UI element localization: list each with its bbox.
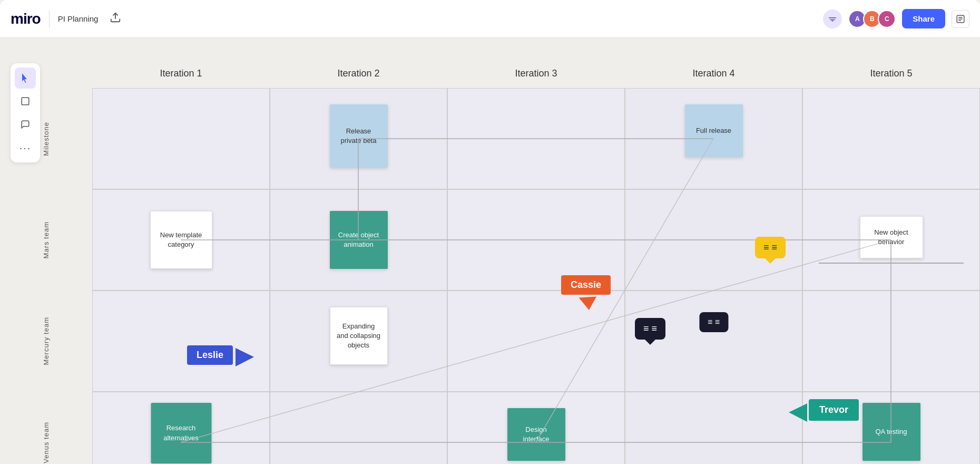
row-label-venus: Venus team <box>42 422 50 463</box>
cell-milestone-4: Full release <box>625 88 802 189</box>
svg-marker-16 <box>236 348 254 366</box>
left-toolbar: ··· <box>11 63 40 162</box>
cell-mars-1: New template category <box>92 189 270 291</box>
cell-venus-1: Research alternatives <box>92 392 270 464</box>
cassie-cursor: Cassie <box>561 275 611 295</box>
cell-mars-5: New object behavior <box>802 189 980 291</box>
svg-marker-17 <box>789 403 807 422</box>
chat-bubble-yellow-container: ≡ ≡ <box>755 237 786 258</box>
cell-milestone-1 <box>92 88 270 189</box>
sticky-research-alternatives[interactable]: Research alternatives <box>151 403 211 463</box>
header-divider <box>49 11 50 27</box>
sticky-design-interface[interactable]: Design interface <box>507 408 565 461</box>
board-title[interactable]: PI Planning <box>58 14 99 23</box>
cursor-tool[interactable] <box>15 67 36 89</box>
leslie-label: Leslie <box>187 345 233 365</box>
comment-tool[interactable] <box>15 114 36 135</box>
col-header-3: Iteration 3 <box>447 59 625 88</box>
leslie-cursor: Leslie <box>187 345 233 365</box>
header: miro PI Planning A B C Share <box>0 0 980 38</box>
cell-mercury-5 <box>802 291 980 392</box>
cell-mercury-2: Expanding and collapsing objects <box>270 291 447 392</box>
row-label-mercury: Mercury team <box>42 317 50 365</box>
upload-button[interactable] <box>106 8 124 29</box>
avatar-group: A B C <box>848 10 896 28</box>
share-button[interactable]: Share <box>902 9 945 28</box>
cell-milestone-3 <box>447 88 625 189</box>
sticky-release-private-beta[interactable]: Release private beta <box>330 104 388 168</box>
chat-bubble-dark: ≡ ≡ <box>699 312 728 332</box>
sticky-full-release[interactable]: Full release <box>685 104 743 157</box>
cell-milestone-2: Release private beta <box>270 88 447 189</box>
cell-venus-4 <box>625 392 802 464</box>
canvas[interactable]: Milestone Mars team Mercury team Venus t… <box>0 38 980 464</box>
trevor-label: Trevor <box>809 399 859 421</box>
cell-venus-2 <box>270 392 447 464</box>
trevor-cursor: Trevor <box>809 399 859 421</box>
document-icon[interactable] <box>952 10 969 28</box>
sticky-create-object-animation[interactable]: Create object animation <box>330 211 388 269</box>
col-header-1: Iteration 1 <box>92 59 270 88</box>
sticky-qa-testing[interactable]: QA testing <box>863 403 920 461</box>
avatar-3: C <box>878 10 896 28</box>
sticky-tool[interactable] <box>15 91 36 112</box>
cell-venus-3: Design interface <box>447 392 625 464</box>
cell-mars-2: Create object animation <box>270 189 447 291</box>
chat-bubble-dark-container: ≡ ≡ <box>635 318 665 340</box>
header-right: A B C Share <box>823 9 969 28</box>
svg-marker-15 <box>579 290 600 311</box>
svg-rect-5 <box>22 98 29 105</box>
col-header-5: Iteration 5 <box>802 59 980 88</box>
sticky-expanding-collapsing[interactable]: Expanding and collapsing objects <box>330 307 388 365</box>
more-tool[interactable]: ··· <box>15 137 36 158</box>
row-label-milestone: Milestone <box>42 122 50 156</box>
col-header-4: Iteration 4 <box>625 59 802 88</box>
row-label-mars: Mars team <box>42 221 50 258</box>
sticky-new-template[interactable]: New template category <box>150 211 212 269</box>
col-header-2: Iteration 2 <box>270 59 447 88</box>
logo: miro <box>11 11 41 27</box>
sticky-new-object-behavior[interactable]: New object behavior <box>860 216 923 258</box>
cell-milestone-5 <box>802 88 980 189</box>
cell-mercury-1 <box>92 291 270 392</box>
filter-icon[interactable] <box>823 9 842 28</box>
